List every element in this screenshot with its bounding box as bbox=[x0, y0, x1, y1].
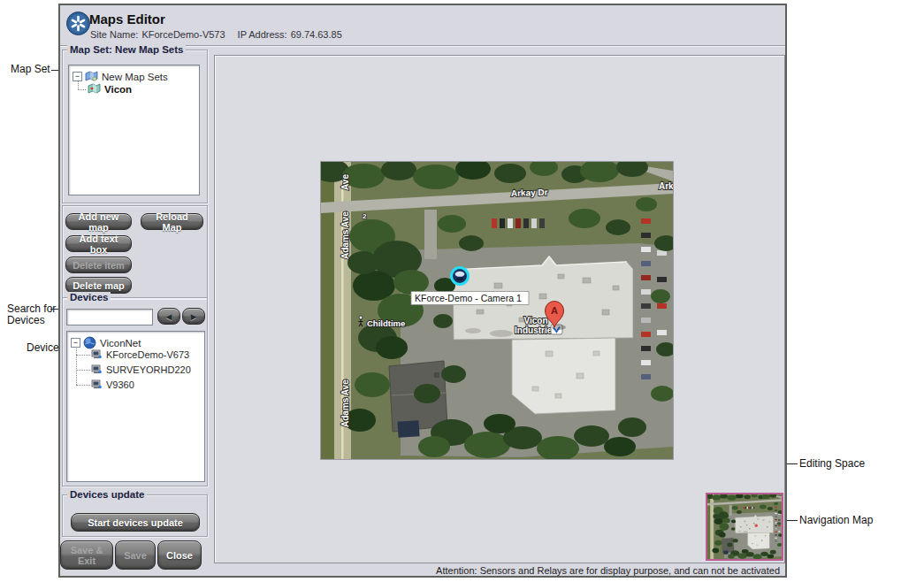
tree-connector bbox=[76, 385, 90, 387]
tree-item-viconnet[interactable]: − ViconNet bbox=[71, 336, 141, 349]
business-label-line1: Vicon bbox=[523, 316, 547, 325]
arrow-left-icon: ◄ bbox=[164, 311, 174, 322]
add-new-map-button[interactable]: Add new map bbox=[65, 213, 132, 230]
tree-item-label[interactable]: ViconNet bbox=[100, 338, 141, 348]
tree-item-new-map-sets[interactable]: − New Map Sets bbox=[73, 71, 168, 82]
save-and-exit-button[interactable]: Save & Exit bbox=[60, 540, 113, 570]
camera-marker[interactable] bbox=[450, 266, 470, 286]
vicon-logo-icon bbox=[66, 11, 90, 35]
app-title: Maps Editor bbox=[89, 11, 165, 27]
devices-update-group: Devices update Start devices update bbox=[62, 494, 208, 537]
tree-connector bbox=[76, 370, 90, 371]
aerial-map[interactable]: Arkay Dr Ark Ave Adams Ave Adams Ave 2 C… bbox=[321, 162, 673, 459]
house-number-label: 2 bbox=[363, 212, 367, 220]
callout-map-set: Map Set bbox=[11, 64, 50, 75]
collapse-icon[interactable]: − bbox=[73, 72, 82, 81]
save-button[interactable]: Save bbox=[115, 540, 156, 570]
callout-navigation-map: Navigation Map bbox=[799, 515, 873, 526]
tree-item-device[interactable]: SURVEYORHD220 bbox=[91, 364, 191, 375]
tree-item-device[interactable]: V9360 bbox=[91, 379, 134, 390]
delete-item-button[interactable]: Delete item bbox=[65, 257, 132, 273]
devices-group-title: Devices bbox=[67, 292, 111, 303]
device-icon bbox=[91, 379, 103, 390]
tree-connector bbox=[78, 81, 80, 89]
device-name[interactable]: KForceDemo-V673 bbox=[106, 349, 189, 360]
map-set-group-title: Map Set: New Map Sets bbox=[67, 44, 186, 56]
editing-space[interactable]: Arkay Dr Ark Ave Adams Ave Adams Ave 2 C… bbox=[214, 55, 785, 563]
device-search-input[interactable] bbox=[66, 309, 153, 325]
reload-map-button[interactable]: Reload Map bbox=[141, 213, 203, 230]
add-text-box-button[interactable]: Add text box bbox=[65, 235, 132, 252]
site-name-label: Site Name: bbox=[90, 29, 138, 40]
map-set-group: Map Set: New Map Sets − New Map Sets bbox=[62, 50, 208, 203]
map-set-tree[interactable]: − New Map Sets Vicon bbox=[68, 65, 200, 195]
svg-text:A: A bbox=[551, 305, 558, 316]
callout-search-for-devices: Search for Devices bbox=[7, 303, 56, 326]
navigation-map-image bbox=[707, 494, 782, 559]
search-next-button[interactable]: ► bbox=[182, 308, 205, 325]
map-set-icon bbox=[85, 71, 98, 82]
tree-item-vicon-map[interactable]: Vicon bbox=[88, 83, 132, 95]
tree-item-device[interactable]: KForceDemo-V673 bbox=[91, 348, 189, 360]
ip-value: 69.74.63.85 bbox=[291, 29, 342, 40]
map-buttons-panel: Add new map Reload Map Add text box Dele… bbox=[62, 205, 208, 299]
devices-tree[interactable]: − ViconNet bbox=[66, 331, 205, 482]
device-name[interactable]: SURVEYORHD220 bbox=[106, 364, 191, 375]
street-label-ave-fragment: Ave bbox=[340, 174, 350, 190]
tree-connector bbox=[78, 89, 86, 91]
maps-editor-window: Maps Editor Site Name:KForceDemo-V573IP … bbox=[58, 4, 787, 578]
svg-text:KForce-Demo - Camera 1: KForce-Demo - Camera 1 bbox=[415, 293, 522, 303]
tree-item-label[interactable]: New Map Sets bbox=[102, 72, 168, 82]
street-label-arkay-cut: Ark bbox=[659, 181, 673, 191]
device-icon bbox=[91, 348, 103, 360]
map-canvas[interactable]: Arkay Dr Ark Ave Adams Ave Adams Ave 2 C… bbox=[321, 162, 673, 459]
arrow-right-icon: ► bbox=[189, 311, 199, 322]
map-icon bbox=[88, 83, 101, 95]
devices-group: Devices ◄ ► − ViconNet bbox=[62, 297, 208, 486]
childtime-label: Childtime bbox=[367, 318, 405, 328]
camera-name-label[interactable]: KForce-Demo - Camera 1 bbox=[411, 292, 529, 305]
thumbnail-pin-dot bbox=[755, 524, 758, 526]
search-prev-button[interactable]: ◄ bbox=[157, 308, 180, 325]
devices-update-title: Devices update bbox=[67, 489, 147, 501]
tree-connector bbox=[76, 355, 90, 356]
network-globe-icon bbox=[83, 336, 96, 349]
street-label-adams-2: Adams Ave bbox=[340, 379, 350, 427]
collapse-icon[interactable]: − bbox=[71, 338, 80, 348]
attention-status-text: Attention: Sensors and Relays are for di… bbox=[436, 565, 780, 576]
site-name-value: KForceDemo-V573 bbox=[141, 29, 225, 40]
screenshot-canvas: Map Set Search for Devices Devices Editi… bbox=[0, 0, 924, 582]
site-info: Site Name:KForceDemo-V573IP Address:69.7… bbox=[90, 29, 346, 40]
callout-editing-space: Editing Space bbox=[799, 458, 865, 470]
device-icon bbox=[91, 364, 103, 375]
device-name[interactable]: V9360 bbox=[106, 379, 134, 390]
street-label-adams: Adams Ave bbox=[340, 211, 350, 259]
navigation-map-thumbnail[interactable] bbox=[706, 493, 783, 561]
tree-item-label[interactable]: Vicon bbox=[104, 84, 132, 95]
ip-label: IP Address: bbox=[238, 29, 287, 40]
start-devices-update-button[interactable]: Start devices update bbox=[71, 513, 200, 532]
close-button[interactable]: Close bbox=[157, 540, 202, 570]
street-label-arkay: Arkay Dr bbox=[511, 188, 548, 198]
title-bar: Maps Editor Site Name:KForceDemo-V573IP … bbox=[60, 5, 785, 46]
